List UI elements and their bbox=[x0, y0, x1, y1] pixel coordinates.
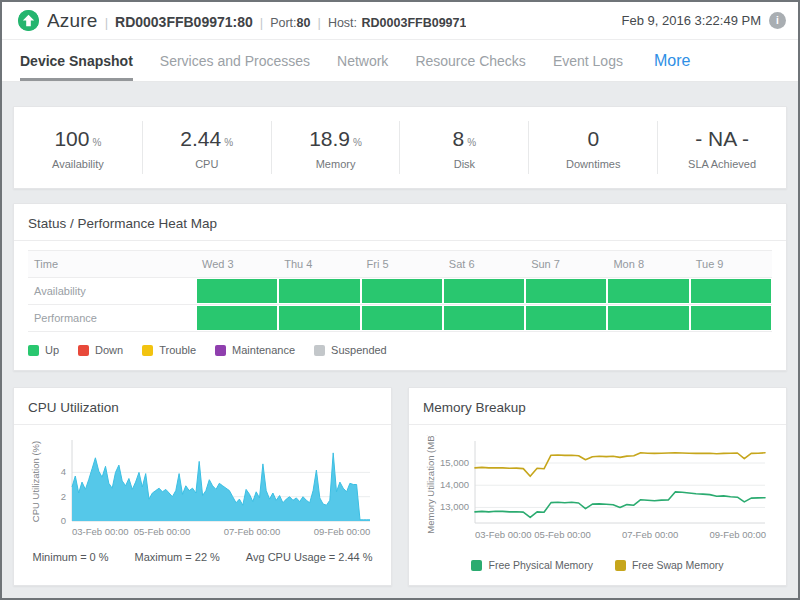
heatmap-cell-wrap bbox=[607, 278, 689, 304]
stat-value: 2.44 bbox=[180, 127, 221, 150]
legend-label: Free Swap Memory bbox=[632, 559, 724, 571]
stat-cpu: 2.44%CPU bbox=[142, 121, 271, 174]
heatmap-cell-up[interactable] bbox=[608, 279, 688, 303]
heatmap-day-header: Sat 6 bbox=[443, 251, 525, 277]
heatmap-cell-wrap bbox=[525, 305, 607, 331]
heatmap-cell-up[interactable] bbox=[526, 306, 606, 330]
memory-legend: Free Physical MemoryFree Swap Memory bbox=[423, 559, 772, 573]
x-tick-label: 09-Feb 00:00 bbox=[314, 526, 371, 537]
heatmap-cell-up[interactable] bbox=[362, 306, 442, 330]
heatmap-cell-up[interactable] bbox=[279, 306, 359, 330]
heatmap-cell-wrap bbox=[361, 278, 443, 304]
heatmap-cell-wrap bbox=[690, 305, 772, 331]
stat-value: 18.9 bbox=[309, 127, 350, 150]
stat-label: Disk bbox=[400, 158, 528, 170]
tab-services-and-processes[interactable]: Services and Processes bbox=[160, 40, 310, 81]
page-body: 100%Availability2.44%CPU18.9%Memory8%Dis… bbox=[2, 82, 798, 586]
heatmap-cell-up[interactable] bbox=[197, 306, 277, 330]
stat-unit: % bbox=[467, 137, 476, 148]
tab-device-snapshot[interactable]: Device Snapshot bbox=[20, 40, 133, 81]
legend-item-maintenance: Maintenance bbox=[215, 344, 295, 356]
memory-chart: 13,00014,00015,00003-Feb 00:0005-Feb 00:… bbox=[423, 435, 772, 549]
legend-item-up: Up bbox=[28, 344, 59, 356]
heatmap-cell-up[interactable] bbox=[526, 279, 606, 303]
separator: | bbox=[105, 15, 108, 30]
x-tick-label: 07-Feb 00:00 bbox=[622, 529, 679, 540]
legend-item-down: Down bbox=[78, 344, 123, 356]
x-tick-label: 09-Feb 00:00 bbox=[709, 529, 766, 540]
heatmap-cell-wrap bbox=[278, 305, 360, 331]
stat-unit: % bbox=[92, 137, 101, 148]
heatmap-cell-up[interactable] bbox=[197, 279, 277, 303]
cpu-average: Avg CPU Usage = 2.44 % bbox=[246, 551, 373, 563]
up-arrow-status-icon bbox=[18, 10, 39, 31]
heatmap-cell-wrap bbox=[443, 278, 525, 304]
heatmap-cell-wrap bbox=[196, 305, 278, 331]
app-window: Azure | RD0003FFB09971:80 | Port:80 | Ho… bbox=[0, 0, 800, 600]
line-series bbox=[475, 492, 765, 518]
heatmap-cell-wrap bbox=[196, 278, 278, 304]
heatmap-row-availability: Availability bbox=[28, 278, 772, 305]
cpu-chart: 02403-Feb 00:0005-Feb 00:0007-Feb 00:000… bbox=[28, 435, 377, 545]
charts-row: CPU Utilization 02403-Feb 00:0005-Feb 00… bbox=[13, 387, 787, 586]
series-legend-free-swap-memory[interactable]: Free Swap Memory bbox=[615, 559, 724, 571]
heatmap-day-header: Fri 5 bbox=[361, 251, 443, 277]
y-axis-label: CPU Utilization (%) bbox=[30, 441, 41, 522]
tab-more[interactable]: More bbox=[654, 52, 690, 70]
heatmap-card: Status / Performance Heat Map TimeWed 3T… bbox=[13, 203, 787, 371]
legend-swatch bbox=[215, 345, 226, 356]
port-label: Port: bbox=[270, 16, 296, 30]
heatmap-day-header: Thu 4 bbox=[278, 251, 360, 277]
y-tick-label: 2 bbox=[61, 491, 66, 502]
separator: | bbox=[317, 15, 320, 30]
stat-label: Downtimes bbox=[529, 158, 657, 170]
heatmap-time-header: Time bbox=[28, 251, 196, 277]
stat-memory: 18.9%Memory bbox=[271, 121, 400, 174]
cpu-chart-title: CPU Utilization bbox=[28, 400, 377, 424]
divider bbox=[409, 424, 786, 425]
heatmap-day-header: Wed 3 bbox=[196, 251, 278, 277]
stat-disk: 8%Disk bbox=[399, 121, 528, 174]
monitor-address: RD0003FFB09971:80 bbox=[115, 14, 253, 30]
divider bbox=[14, 424, 391, 425]
area-series bbox=[72, 453, 370, 521]
summary-stats-card: 100%Availability2.44%CPU18.9%Memory8%Dis… bbox=[13, 106, 787, 189]
heatmap-cell-up[interactable] bbox=[444, 279, 524, 303]
heatmap-legend: UpDownTroubleMaintenanceSuspended bbox=[28, 344, 772, 356]
heatmap-cell-wrap bbox=[278, 278, 360, 304]
stat-value: 100 bbox=[54, 127, 89, 150]
heatmap-cell-up[interactable] bbox=[691, 279, 771, 303]
monitor-title: Azure | RD0003FFB09971:80 | Port:80 | Ho… bbox=[47, 10, 466, 32]
stat-value: 8 bbox=[453, 127, 465, 150]
heatmap-title: Status / Performance Heat Map bbox=[28, 216, 772, 240]
port-value: 80 bbox=[297, 16, 311, 30]
x-tick-label: 05-Feb 00:00 bbox=[134, 526, 191, 537]
heatmap-header-row: TimeWed 3Thu 4Fri 5Sat 6Sun 7Mon 8Tue 9 bbox=[28, 251, 772, 278]
stat-value: 0 bbox=[587, 127, 599, 150]
tab-resource-checks[interactable]: Resource Checks bbox=[415, 40, 526, 81]
heatmap-cell-up[interactable] bbox=[362, 279, 442, 303]
series-legend-free-physical-memory[interactable]: Free Physical Memory bbox=[471, 559, 592, 571]
heatmap-cell-wrap bbox=[690, 278, 772, 304]
heatmap-day-header: Sun 7 bbox=[525, 251, 607, 277]
heatmap-cell-up[interactable] bbox=[608, 306, 688, 330]
legend-item-suspended: Suspended bbox=[314, 344, 387, 356]
heatmap-cell-up[interactable] bbox=[691, 306, 771, 330]
heatmap-row-performance: Performance bbox=[28, 305, 772, 332]
tab-network[interactable]: Network bbox=[337, 40, 388, 81]
heatmap-cell-up[interactable] bbox=[279, 279, 359, 303]
legend-label: Maintenance bbox=[232, 344, 295, 356]
host-label: Host: bbox=[328, 16, 357, 30]
memory-line-chart: 13,00014,00015,00003-Feb 00:0005-Feb 00:… bbox=[423, 435, 771, 545]
heatmap-cell-wrap bbox=[361, 305, 443, 331]
tab-bar: Device SnapshotServices and ProcessesNet… bbox=[2, 40, 798, 82]
legend-label: Up bbox=[45, 344, 59, 356]
legend-swatch bbox=[314, 345, 325, 356]
stat-sla-achieved: - NA -SLA Achieved bbox=[657, 121, 786, 174]
cpu-maximum: Maximum = 22 % bbox=[135, 551, 220, 563]
heatmap-cell-up[interactable] bbox=[444, 306, 524, 330]
legend-swatch bbox=[471, 560, 482, 571]
tab-event-logs[interactable]: Event Logs bbox=[553, 40, 623, 81]
info-icon[interactable]: i bbox=[769, 12, 786, 29]
memory-chart-card: Memory Breakup 13,00014,00015,00003-Feb … bbox=[408, 387, 787, 586]
